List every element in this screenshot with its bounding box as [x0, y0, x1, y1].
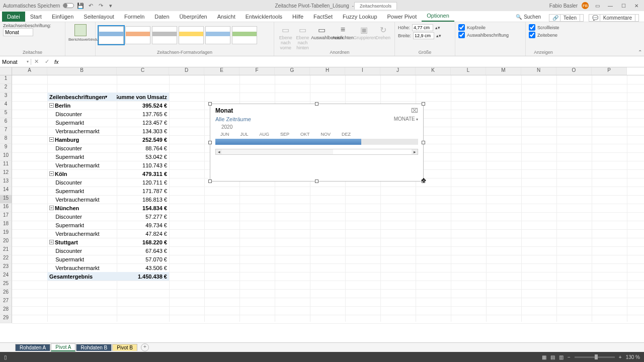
pivot-cell[interactable]: 154.834 € [117, 204, 169, 212]
pivot-cell[interactable]: 186.813 € [117, 195, 169, 204]
pivot-cell[interactable]: Supermarkt [47, 187, 117, 195]
pivot-cell[interactable]: Discounter [47, 110, 117, 118]
row-header[interactable]: 1 [0, 75, 12, 84]
col-header-I[interactable]: I [345, 67, 380, 75]
col-header-N[interactable]: N [521, 67, 556, 75]
row-header[interactable]: 14 [0, 187, 12, 195]
row-header[interactable]: 24 [0, 272, 12, 281]
select-all-triangle[interactable] [0, 67, 12, 75]
resize-handle[interactable] [208, 141, 212, 144]
resize-handle[interactable] [208, 179, 212, 183]
user-name[interactable]: Fabio Basler [549, 3, 578, 9]
row-header[interactable]: 26 [0, 289, 12, 298]
pivot-cell[interactable]: 137.765 € [117, 110, 169, 118]
pivot-cell[interactable]: 1.450.438 € [117, 272, 169, 281]
qat-dropdown-icon[interactable]: ▾ [107, 2, 114, 9]
row-header[interactable]: 22 [0, 255, 12, 263]
pivot-cell[interactable]: Verbrauchermarkt [47, 195, 117, 204]
sheet-tab[interactable]: Rohdaten A [15, 344, 50, 351]
pivot-cell[interactable]: 110.743 € [117, 161, 169, 169]
pivot-cell[interactable]: Supermarkt [47, 152, 117, 161]
undo-icon[interactable]: ↶ [87, 2, 94, 9]
pivot-cell[interactable]: 120.711 € [117, 178, 169, 187]
col-header-O[interactable]: O [556, 67, 592, 75]
slicer-month[interactable]: DEZ [342, 132, 351, 137]
slicer-month[interactable]: AUG [260, 132, 270, 137]
timeline-style-swatch[interactable] [179, 26, 204, 44]
pivot-cell[interactable]: 47.824 € [117, 229, 169, 238]
col-header-C[interactable]: C [117, 67, 169, 75]
col-header-E[interactable]: E [204, 67, 239, 75]
scroll-thumb[interactable] [222, 149, 333, 154]
row-header[interactable]: 27 [0, 298, 12, 306]
slicer-month[interactable]: JUL [240, 132, 249, 137]
row-header[interactable]: 8 [0, 135, 12, 144]
row-header[interactable]: 6 [0, 118, 12, 127]
resize-handle[interactable] [208, 102, 212, 106]
pivot-cell[interactable]: −Berlin [47, 101, 117, 110]
slicer-range-fill[interactable] [215, 139, 361, 145]
zoom-out-icon[interactable]: − [568, 354, 571, 360]
timelevel-checkbox[interactable] [529, 32, 535, 38]
ribbon-options-icon[interactable]: ▭ [593, 3, 602, 9]
pivot-cell[interactable]: 67.643 € [117, 246, 169, 255]
user-avatar[interactable]: FB [582, 2, 589, 9]
pivot-cell[interactable]: 168.220 € [117, 238, 169, 246]
collapse-ribbon-icon[interactable]: ⌃ [638, 49, 642, 55]
fx-icon[interactable]: fx [52, 59, 61, 65]
pivot-cell[interactable]: Summe von Umsatz [117, 93, 169, 101]
row-headers[interactable]: 1234567891011121314151617181920212223242… [0, 75, 12, 322]
row-header[interactable]: 11 [0, 161, 12, 169]
timeline-style-swatch[interactable] [205, 26, 230, 44]
row-header[interactable]: 25 [0, 281, 12, 289]
width-input[interactable] [413, 32, 434, 39]
maximize-icon[interactable]: ☐ [619, 3, 628, 9]
ribbon-tab-daten[interactable]: Daten [149, 12, 174, 22]
pivot-cell[interactable]: Verbrauchermarkt [47, 229, 117, 238]
col-header-M[interactable]: M [486, 67, 521, 75]
timeline-style-swatch[interactable] [125, 26, 150, 44]
pivot-cell[interactable]: Supermarkt [47, 221, 117, 229]
view-pagebreak-icon[interactable]: ▥ [559, 354, 564, 360]
scrollbar-checkbox[interactable] [529, 24, 535, 31]
align-button[interactable]: Ausrichten [332, 35, 353, 40]
pivot-cell[interactable]: Verbrauchermarkt [47, 127, 117, 135]
comments-button[interactable]: 💬 Kommentare [589, 14, 639, 22]
sheet-tab-bar[interactable]: Rohdaten APivot ARohdaten BPivot B+ [0, 342, 644, 352]
ribbon-tab-power pivot[interactable]: Power Pivot [382, 12, 422, 22]
report-connections-button[interactable]: Berichtsverbindungen [68, 37, 92, 42]
col-header-D[interactable]: D [169, 67, 204, 75]
row-header[interactable]: 20 [0, 238, 12, 246]
pivot-cell[interactable]: 57.277 € [117, 212, 169, 221]
row-header[interactable]: 23 [0, 263, 12, 272]
selection-pane-icon[interactable]: ▭ [311, 25, 332, 35]
pivot-cell[interactable]: Discounter [47, 144, 117, 152]
scroll-left-icon[interactable]: ◂ [216, 149, 222, 154]
slicer-month[interactable]: NOV [321, 132, 331, 137]
timeline-styles-gallery[interactable] [99, 23, 270, 44]
name-box[interactable]: Monat [0, 59, 31, 65]
col-header-P[interactable]: P [592, 67, 627, 75]
row-header[interactable]: 16 [0, 204, 12, 212]
row-header[interactable]: 9 [0, 144, 12, 152]
row-header[interactable]: 12 [0, 169, 12, 178]
ribbon-tab-datei[interactable]: Datei [2, 12, 25, 22]
redo-icon[interactable]: ↷ [97, 2, 104, 9]
row-header[interactable]: 19 [0, 229, 12, 238]
row-header[interactable]: 15 [0, 195, 12, 204]
timeline-style-swatch[interactable] [99, 26, 124, 44]
close-icon[interactable]: ✕ [632, 3, 641, 9]
pivot-cell[interactable]: −Stuttgart [47, 238, 117, 246]
ribbon-tab-entwicklertools[interactable]: Entwicklertools [240, 12, 287, 22]
column-headers[interactable]: ABCDEFGHIJKLMNOP [0, 67, 644, 75]
contextual-tab-timeline[interactable]: Zeitachsentools [354, 2, 397, 10]
col-header-B[interactable]: B [47, 67, 117, 75]
width-spinner-icon[interactable]: ▴▾ [436, 33, 441, 38]
col-header-G[interactable]: G [275, 67, 310, 75]
align-icon[interactable]: ≡ [332, 25, 353, 35]
pivot-cell[interactable]: −München [47, 204, 117, 212]
pivot-cell[interactable]: Verbrauchermarkt [47, 263, 117, 272]
row-header[interactable]: 21 [0, 246, 12, 255]
pivot-cell[interactable]: −Hamburg [47, 135, 117, 144]
pivot-cell[interactable]: 57.070 € [117, 255, 169, 263]
